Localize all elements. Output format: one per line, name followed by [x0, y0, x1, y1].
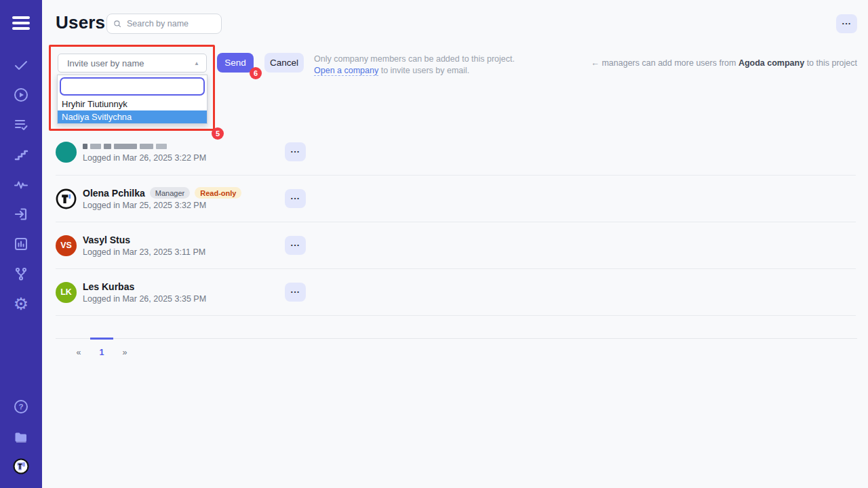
page-title: Users — [56, 12, 105, 33]
manager-note-suffix: to this project — [804, 58, 857, 68]
sidebar-item-help[interactable]: ? — [0, 392, 42, 422]
sidebar-item-import[interactable] — [0, 199, 42, 229]
search-icon — [113, 20, 122, 28]
row-options-button[interactable]: ... — [285, 283, 306, 302]
user-name: Olena Pchilka — [83, 188, 145, 199]
row-options-button[interactable]: ... — [285, 189, 306, 208]
pagination-page-1[interactable]: 1 — [90, 338, 113, 365]
user-search — [106, 14, 222, 34]
sidebar-bottom: ? — [0, 392, 42, 481]
invite-option-selected[interactable]: Nadiya Svitlychna — [58, 110, 207, 123]
sidebar-item-steps[interactable] — [0, 140, 42, 169]
avatar — [56, 188, 77, 209]
bar-chart-icon — [13, 236, 29, 252]
avatar-initials: VS — [60, 241, 72, 250]
invite-note-line2-rest: to invite users by email. — [378, 66, 469, 75]
invite-note-line1: Only company members can be added to thi… — [314, 54, 515, 65]
sidebar-item-runs[interactable] — [0, 80, 42, 110]
app-logo-icon — [13, 458, 29, 474]
row-options-button[interactable]: ... — [285, 236, 306, 255]
avatar: LK — [56, 282, 77, 303]
sign-in-icon — [13, 206, 29, 222]
user-info: Olena Pchilka Manager Read-only Logged i… — [83, 187, 241, 210]
menu-icon[interactable] — [12, 8, 30, 38]
last-login: Logged in Mar 23, 2025 3:11 PM — [83, 247, 205, 257]
avatar: VS — [56, 235, 77, 256]
user-info: Les Kurbas Logged in Mar 26, 2025 3:35 P… — [83, 281, 206, 304]
search-input[interactable] — [127, 19, 208, 28]
invite-note-line2: Open a company to invite users by email. — [314, 65, 515, 77]
table-row: Olena Pchilka Manager Read-only Logged i… — [56, 176, 856, 222]
status-badge: Read-only — [195, 187, 241, 199]
sidebar-item-projects[interactable] — [0, 422, 42, 451]
chevron-up-icon: ▲ — [194, 60, 199, 66]
sidebar-item-checklist[interactable] — [0, 110, 42, 140]
sidebar-item-tasks[interactable] — [0, 50, 42, 80]
play-circle-icon — [13, 87, 29, 103]
user-info: Vasyl Stus Logged in Mar 23, 2025 3:11 P… — [83, 235, 205, 257]
last-login: Logged in Mar 26, 2025 3:35 PM — [83, 294, 206, 304]
manager-note-prefix: ← managers can add more users from — [591, 58, 738, 68]
table-row: LK Les Kurbas Logged in Mar 26, 2025 3:3… — [56, 269, 856, 316]
sidebar-item-reports[interactable] — [0, 229, 42, 259]
row-options-button[interactable]: ... — [285, 142, 306, 161]
last-login: Logged in Mar 25, 2025 3:32 PM — [83, 201, 241, 210]
table-row: VS Vasyl Stus Logged in Mar 23, 2025 3:1… — [56, 222, 856, 269]
svg-text:?: ? — [18, 403, 23, 411]
steps-icon — [13, 146, 29, 163]
activity-pulse-icon — [13, 176, 29, 192]
send-button[interactable]: Send — [217, 53, 254, 73]
branch-icon — [13, 266, 29, 282]
table-row: Logged in Mar 26, 2025 3:22 PM ... — [56, 129, 856, 176]
manager-note: ← managers can add more users from Agoda… — [591, 58, 857, 68]
avatar-initials: LK — [60, 287, 72, 297]
last-login: Logged in Mar 26, 2025 3:22 PM — [83, 153, 206, 163]
main-content: Users ... Invite user by name ▲ Hryhir T… — [42, 0, 868, 488]
app-logo-avatar-icon — [56, 188, 77, 209]
pagination: « 1 » — [56, 338, 857, 365]
page-options-button[interactable]: ... — [836, 14, 857, 33]
sidebar-item-settings[interactable]: ⚙ — [0, 289, 42, 319]
invite-filter-input[interactable] — [60, 77, 205, 96]
pagination-next[interactable]: » — [113, 338, 136, 365]
invite-option[interactable]: Hryhir Tiutiunnyk — [58, 98, 207, 110]
invite-select-placeholder: Invite user by name — [67, 58, 144, 68]
open-company-link[interactable]: Open a company — [314, 66, 378, 76]
sidebar-item-branches[interactable] — [0, 259, 42, 289]
user-list: Logged in Mar 26, 2025 3:22 PM ... Olena… — [56, 129, 856, 316]
cancel-button[interactable]: Cancel — [264, 53, 304, 73]
user-name: Vasyl Stus — [83, 235, 130, 245]
sidebar: ⚙ ? — [0, 0, 42, 488]
folder-icon — [13, 428, 29, 445]
redacted-name — [83, 142, 206, 151]
invite-user-select[interactable]: Invite user by name ▲ — [58, 54, 207, 73]
avatar — [56, 142, 77, 163]
invite-dropdown: Hryhir Tiutiunnyk Nadiya Svitlychna — [57, 75, 208, 124]
sidebar-item-activity[interactable] — [0, 169, 42, 199]
gear-icon: ⚙ — [14, 296, 28, 312]
check-icon — [13, 57, 29, 73]
user-info: Logged in Mar 26, 2025 3:22 PM — [83, 142, 206, 163]
sidebar-nav: ⚙ — [0, 50, 42, 319]
role-badge: Manager — [150, 187, 190, 199]
user-name: Les Kurbas — [83, 281, 134, 292]
pagination-prev[interactable]: « — [67, 338, 90, 365]
invite-note: Only company members can be added to thi… — [314, 54, 515, 76]
help-icon: ? — [13, 399, 29, 415]
manager-note-company: Agoda company — [738, 58, 804, 68]
list-check-icon — [13, 117, 29, 133]
sidebar-item-workspace-logo[interactable] — [0, 451, 42, 481]
